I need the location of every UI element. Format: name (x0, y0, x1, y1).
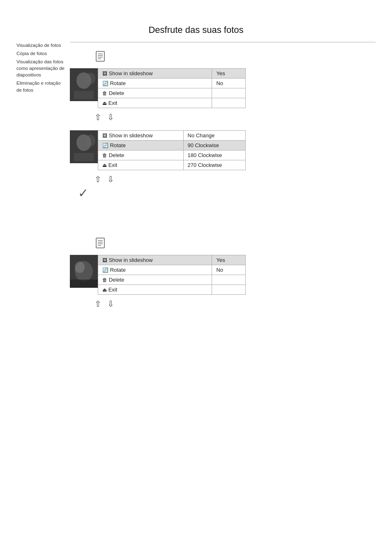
rotate-icon-3: 🔄 (102, 267, 108, 273)
sidebar-item-3: Visualização das fotos como apresentação… (16, 58, 66, 78)
section-1: 🖼 Show in slideshow Yes 🔄 Ro (70, 51, 376, 200)
sidebar-item-1: Visualização de fotos (16, 42, 66, 49)
menu-cell-exit-label-3: ⏏ Exit (98, 285, 212, 295)
table-row[interactable]: 🖼 Show in slideshow Yes (98, 69, 246, 79)
delete-icon-2: 🗑 (102, 153, 107, 158)
slideshow-icon: 🖼 (102, 71, 107, 76)
sidebar-item-2: Cópia de fotos (16, 50, 66, 57)
check-mark: ✓ (78, 186, 376, 200)
menu-cell-empty-1 (212, 88, 246, 98)
menu-cell-empty-3 (212, 275, 246, 285)
table-row[interactable]: 🖼 Show in slideshow No Change (98, 131, 246, 141)
arrow-down-1[interactable]: ⇩ (107, 112, 114, 122)
arrow-down-3[interactable]: ⇩ (107, 299, 114, 309)
arrow-down-2[interactable]: ⇩ (107, 174, 114, 184)
menu-cell-exit-label: ⏏ Exit (98, 98, 212, 108)
page: Desfrute das suas fotos Visualização de … (0, 0, 392, 338)
sidebar: Visualização de fotos Cópia de fotos Vis… (16, 42, 70, 321)
menu-cell-no-3[interactable]: No (212, 265, 246, 275)
menu-table-1: 🖼 Show in slideshow Yes 🔄 Ro (98, 68, 246, 108)
photo-thumb-1 (70, 68, 98, 101)
nav-arrows-3: ⇧ ⇩ ⇨ (95, 299, 376, 309)
table-row[interactable]: 🔄 Rotate No (98, 265, 246, 275)
svg-point-9 (85, 73, 95, 84)
photo-thumb-2 (70, 130, 98, 163)
table-row[interactable]: 🗑 Delete (98, 88, 246, 98)
exit-icon-3: ⏏ (102, 287, 107, 293)
arrow-up-2[interactable]: ⇧ (95, 174, 101, 184)
table-row[interactable]: ⏏ Exit (98, 285, 246, 295)
menu-cell-delete-label-3: 🗑 Delete (98, 275, 212, 285)
photo-thumb-3 (70, 255, 98, 288)
main-content: 🖼 Show in slideshow Yes 🔄 Ro (70, 42, 376, 321)
svg-rect-0 (96, 51, 104, 61)
table-row[interactable]: ⏏ Exit 270 Clockwise (98, 160, 246, 170)
page-title: Desfrute das suas fotos (16, 25, 376, 35)
table-row[interactable]: 🖼 Show in slideshow Yes (98, 255, 246, 265)
layout: Visualização de fotos Cópia de fotos Vis… (16, 42, 376, 321)
menu-cell-exit-label-2: ⏏ Exit (98, 160, 184, 170)
menu-table-2: 🖼 Show in slideshow No Change 🔄 (98, 130, 246, 170)
menu-cell-180cw[interactable]: 180 Clockwise (183, 150, 246, 160)
delete-icon: 🗑 (102, 90, 107, 96)
slideshow-icon-2: 🖼 (102, 133, 107, 139)
svg-point-14 (85, 135, 95, 146)
svg-rect-23 (70, 280, 98, 288)
document-icon-1 (95, 51, 376, 65)
menu-block-1: 🖼 Show in slideshow Yes 🔄 Ro (70, 68, 376, 108)
table-row[interactable]: 🔄 Rotate No (98, 79, 246, 88)
arrow-up-3[interactable]: ⇧ (95, 299, 101, 309)
arrow-up-1[interactable]: ⇧ (95, 112, 101, 122)
menu-cell-delete-label-2: 🗑 Delete (98, 150, 184, 160)
menu-cell-slideshow-label: 🖼 Show in slideshow (98, 69, 212, 79)
delete-icon-3: 🗑 (102, 277, 107, 283)
table-row[interactable]: 🔄 Rotate 90 Clockwise (98, 141, 246, 150)
spacer (70, 213, 376, 237)
menu-cell-empty-4 (212, 285, 246, 295)
section-2: 🖼 Show in slideshow Yes 🔄 Ro (70, 237, 376, 309)
menu-cell-empty-2 (212, 98, 246, 108)
menu-cell-270cw[interactable]: 270 Clockwise (183, 160, 246, 170)
menu-cell-yes[interactable]: Yes (212, 69, 246, 79)
menu-cell-rotate-label-3: 🔄 Rotate (98, 265, 212, 275)
menu-table-3: 🖼 Show in slideshow Yes 🔄 Ro (98, 255, 246, 295)
table-row[interactable]: 🗑 Delete (98, 275, 246, 285)
sidebar-item-4: Eliminação e rotação de fotos (16, 80, 66, 93)
nav-arrows-1: ⇧ ⇩ ⇨ (95, 112, 376, 122)
nav-arrows-2: ⇧ ⇩ (95, 174, 114, 184)
menu-block-3: 🖼 Show in slideshow Yes 🔄 Ro (70, 255, 376, 295)
menu-cell-yes-3[interactable]: Yes (212, 255, 246, 265)
svg-point-22 (75, 261, 85, 273)
menu-cell-rotate-label-2: 🔄 Rotate (98, 141, 184, 150)
document-icon-2 (95, 237, 376, 252)
svg-rect-13 (74, 153, 94, 161)
svg-rect-8 (74, 91, 94, 99)
table-row[interactable]: ⏏ Exit (98, 98, 246, 108)
exit-icon: ⏏ (102, 100, 107, 106)
menu-block-2: 🖼 Show in slideshow No Change 🔄 (70, 130, 376, 170)
menu-cell-slideshow-label-2: 🖼 Show in slideshow (98, 131, 184, 141)
menu-cell-rotate-label: 🔄 Rotate (98, 79, 212, 88)
svg-rect-15 (96, 238, 104, 248)
table-row[interactable]: 🗑 Delete 180 Clockwise (98, 150, 246, 160)
menu-cell-delete-label: 🗑 Delete (98, 88, 212, 98)
menu-cell-90cw[interactable]: 90 Clockwise (183, 141, 246, 150)
menu-cell-slideshow-label-3: 🖼 Show in slideshow (98, 255, 212, 265)
rotate-icon-2: 🔄 (102, 143, 108, 148)
nav-arrows-2-wrapper: ⇧ ⇩ (95, 174, 376, 184)
exit-icon-2: ⏏ (102, 162, 107, 168)
menu-cell-no[interactable]: No (212, 79, 246, 88)
slideshow-icon-3: 🖼 (102, 257, 107, 263)
menu-cell-nochange[interactable]: No Change (183, 131, 246, 141)
rotate-icon: 🔄 (102, 81, 108, 86)
